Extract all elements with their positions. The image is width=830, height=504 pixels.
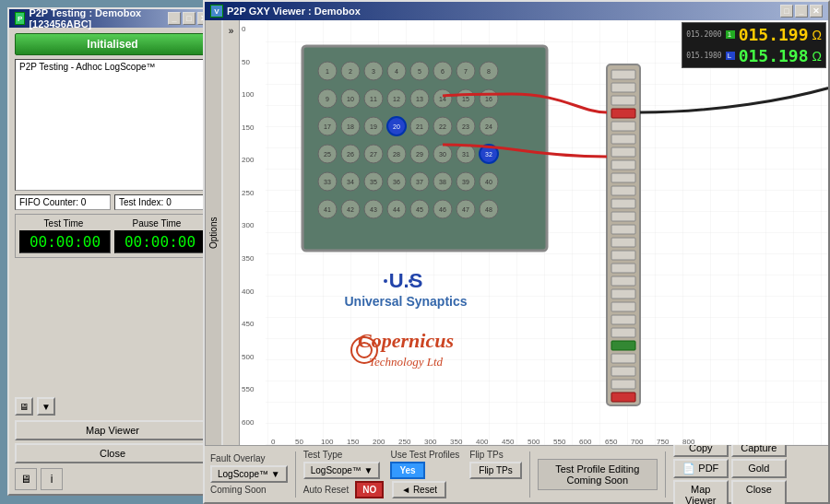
svg-rect-104 bbox=[611, 135, 635, 144]
close-button-bottom[interactable]: Close bbox=[731, 480, 787, 504]
left-bottom-buttons: 🖥 ▼ Map Viewer Close 🖥 i bbox=[9, 393, 216, 494]
flip-tps-button[interactable]: Flip TPs bbox=[469, 462, 522, 479]
svg-text:26: 26 bbox=[347, 151, 354, 158]
options-tab[interactable]: Options bbox=[205, 20, 223, 445]
pdf-button[interactable]: 📄 PDF bbox=[673, 459, 729, 478]
svg-rect-122 bbox=[611, 367, 635, 376]
svg-text:22: 22 bbox=[439, 123, 446, 130]
svg-rect-106 bbox=[611, 160, 635, 170]
svg-text:350: 350 bbox=[450, 438, 463, 445]
main-body: Options » 0 50 100 150 200 250 300 350 4… bbox=[205, 20, 828, 445]
chart-area: 0 50 100 150 200 250 300 350 400 450 500… bbox=[240, 20, 828, 445]
fault-overlay-button[interactable]: LogScope™ ▼ bbox=[210, 465, 288, 483]
measurement-row1: 015.2000 1 015.199 Ω bbox=[686, 25, 822, 44]
svg-text:30: 30 bbox=[439, 151, 446, 158]
svg-text:50: 50 bbox=[295, 438, 303, 445]
flip-tps-label: Flip TPs bbox=[469, 450, 504, 460]
svg-rect-111 bbox=[611, 225, 635, 234]
test-type-button[interactable]: LogScope™ ▼ bbox=[303, 462, 381, 479]
main-restore-button[interactable]: □ bbox=[780, 5, 793, 18]
svg-text:10: 10 bbox=[347, 96, 354, 102]
svg-text:25: 25 bbox=[324, 151, 331, 158]
svg-text:550: 550 bbox=[553, 438, 566, 445]
app-icon: P bbox=[15, 12, 25, 25]
svg-text:29: 29 bbox=[416, 151, 423, 158]
time-displays: 00:00:00 00:00:00 bbox=[19, 230, 206, 253]
svg-text:4: 4 bbox=[395, 68, 398, 75]
svg-text:600: 600 bbox=[579, 438, 592, 445]
svg-text:500: 500 bbox=[528, 438, 540, 445]
auto-reset-label: Auto Reset bbox=[303, 485, 349, 495]
svg-rect-114 bbox=[611, 264, 635, 273]
svg-point-127 bbox=[384, 279, 387, 283]
svg-text:7: 7 bbox=[464, 68, 468, 75]
svg-rect-100 bbox=[611, 83, 635, 92]
maximize-button[interactable]: □ bbox=[183, 12, 196, 25]
options-icon-btn[interactable]: ▼ bbox=[37, 397, 55, 416]
small-value2: 015.1980 bbox=[686, 52, 722, 60]
svg-rect-123 bbox=[611, 380, 635, 389]
svg-text:18: 18 bbox=[347, 123, 354, 130]
test-time-label: Test Time bbox=[44, 218, 84, 229]
reset-button[interactable]: ◄ Reset bbox=[392, 481, 446, 498]
svg-text:15: 15 bbox=[462, 96, 469, 102]
svg-rect-102 bbox=[611, 109, 635, 118]
svg-text:19: 19 bbox=[370, 123, 377, 130]
fault-overlay-label: Fault Overlay bbox=[210, 453, 265, 463]
measurement-row2: 015.1980 L 015.198 Ω bbox=[686, 46, 822, 65]
map-viewer-button-bottom[interactable]: Map Viewer bbox=[673, 480, 729, 504]
svg-rect-103 bbox=[611, 122, 635, 131]
right-btn-row3: Map Viewer Close bbox=[673, 480, 787, 504]
svg-rect-117 bbox=[611, 302, 635, 311]
minimize-button[interactable]: _ bbox=[168, 12, 181, 25]
monitor-icon-btn[interactable]: 🖥 bbox=[15, 397, 33, 416]
fifo-counter: FIFO Counter: 0 bbox=[15, 194, 111, 210]
measurement-value1: 015.199 bbox=[739, 25, 809, 44]
left-panel-titlebar: P P2P Testing : Demobox [123456ABC] _ □ … bbox=[9, 9, 216, 28]
yes-toggle[interactable]: Yes bbox=[390, 462, 424, 479]
svg-rect-115 bbox=[611, 276, 635, 286]
chart-svg: 1 2 3 4 5 6 7 8 9 10 bbox=[240, 20, 828, 445]
status-display: Initialised bbox=[15, 33, 210, 55]
svg-text:46: 46 bbox=[439, 206, 446, 213]
svg-text:150: 150 bbox=[347, 438, 360, 445]
svg-rect-112 bbox=[611, 238, 635, 247]
svg-text:450: 450 bbox=[502, 438, 515, 445]
auto-reset-toggle[interactable]: NO bbox=[355, 481, 384, 498]
auto-reset-row: Auto Reset NO ◄ Reset bbox=[303, 481, 446, 498]
svg-text:16: 16 bbox=[485, 96, 492, 102]
main-titlebar-buttons: □ _ ✕ bbox=[780, 5, 823, 18]
svg-text:U.S: U.S bbox=[389, 269, 423, 292]
test-profile-text: Test Profile Editing Coming Soon bbox=[555, 463, 639, 486]
svg-text:8: 8 bbox=[487, 68, 491, 75]
svg-text:48: 48 bbox=[485, 206, 492, 213]
svg-text:24: 24 bbox=[485, 123, 492, 130]
screen-icon[interactable]: 🖥 bbox=[15, 468, 37, 490]
svg-text:44: 44 bbox=[393, 206, 400, 213]
main-close-button[interactable]: ✕ bbox=[810, 5, 823, 18]
expand-button[interactable]: » bbox=[223, 20, 240, 445]
fault-overlay-coming-soon: Coming Soon bbox=[210, 485, 267, 495]
bottom-toolbar: Fault Overlay LogScope™ ▼ Coming Soon Te… bbox=[205, 445, 828, 502]
info-icon[interactable]: i bbox=[41, 468, 63, 490]
main-app-icon: V bbox=[210, 5, 223, 18]
main-titlebar-left: V P2P GXY Viewer : Demobox bbox=[210, 5, 361, 18]
close-button-main[interactable]: Close bbox=[15, 443, 210, 463]
titlebar-left: P P2P Testing : Demobox [123456ABC] bbox=[15, 7, 168, 29]
map-viewer-button[interactable]: Map Viewer bbox=[15, 420, 210, 440]
svg-text:17: 17 bbox=[324, 123, 331, 130]
channel1-label: 1 bbox=[726, 30, 735, 39]
gold-button[interactable]: Gold bbox=[731, 459, 787, 478]
test-type-label: Test Type bbox=[303, 450, 343, 460]
svg-text:37: 37 bbox=[416, 179, 423, 185]
main-minimize-button[interactable]: _ bbox=[795, 5, 808, 18]
svg-text:0: 0 bbox=[271, 438, 276, 445]
svg-text:3: 3 bbox=[372, 68, 375, 75]
test-type-col: Test Type LogScope™ ▼ bbox=[303, 450, 381, 479]
separator2 bbox=[529, 451, 530, 498]
svg-text:20: 20 bbox=[393, 123, 400, 130]
svg-text:36: 36 bbox=[393, 179, 400, 185]
test-profile-coming-soon: Coming Soon bbox=[555, 475, 639, 486]
svg-text:700: 700 bbox=[631, 438, 644, 445]
svg-text:2: 2 bbox=[349, 68, 352, 75]
